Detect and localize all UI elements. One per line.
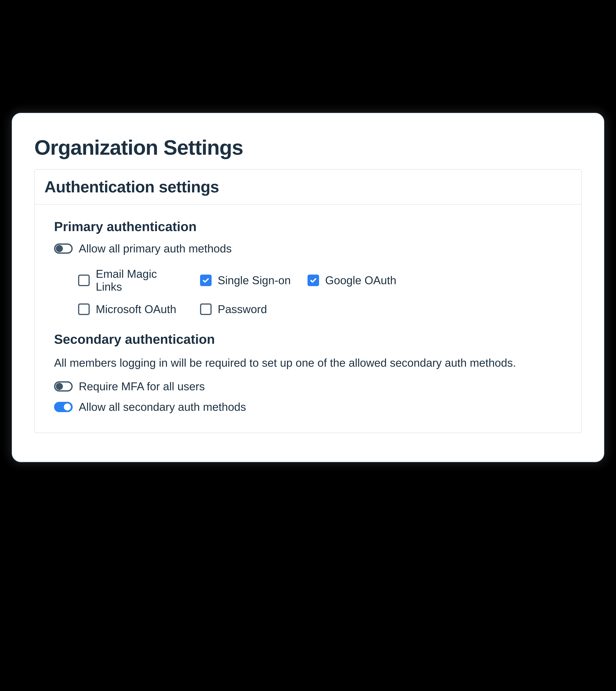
card-title: Authentication settings xyxy=(44,178,572,196)
google-checkbox[interactable] xyxy=(308,275,319,286)
require-mfa-label: Require MFA for all users xyxy=(79,380,205,393)
allow-all-primary-toggle[interactable] xyxy=(54,243,73,254)
google-row: Google OAuth xyxy=(308,267,397,293)
require-mfa-toggle[interactable] xyxy=(54,381,73,392)
toggle-knob-icon xyxy=(56,245,63,252)
secondary-auth-title: Secondary authentication xyxy=(54,332,562,347)
toggle-knob-icon xyxy=(64,404,71,410)
sso-label: Single Sign-on xyxy=(218,274,291,287)
microsoft-checkbox[interactable] xyxy=(78,303,90,315)
page-title: Organization Settings xyxy=(34,131,582,169)
sso-row: Single Sign-on xyxy=(200,267,291,293)
check-icon xyxy=(202,276,210,284)
card-body: Primary authentication Allow all primary… xyxy=(35,204,581,433)
card-header: Authentication settings xyxy=(35,170,581,204)
password-label: Password xyxy=(218,303,267,316)
primary-methods-grid: Email Magic Links Single Sign-on Google … xyxy=(54,263,562,332)
allow-all-secondary-label: Allow all secondary auth methods xyxy=(79,401,246,413)
allow-all-primary-row: Allow all primary auth methods xyxy=(54,242,562,255)
toggle-knob-icon xyxy=(56,383,63,390)
allow-all-secondary-row: Allow all secondary auth methods xyxy=(54,401,562,413)
require-mfa-row: Require MFA for all users xyxy=(54,380,562,393)
password-checkbox[interactable] xyxy=(200,303,212,315)
primary-auth-title: Primary authentication xyxy=(54,219,562,234)
microsoft-row: Microsoft OAuth xyxy=(78,303,184,316)
secondary-auth-description: All members logging in will be required … xyxy=(54,355,562,371)
allow-all-primary-label: Allow all primary auth methods xyxy=(79,242,232,255)
allow-all-secondary-toggle[interactable] xyxy=(54,402,73,412)
email-magic-label: Email Magic Links xyxy=(96,267,184,293)
email-magic-checkbox[interactable] xyxy=(78,275,90,286)
password-row: Password xyxy=(200,303,291,316)
settings-window: Organization Settings Authentication set… xyxy=(11,112,605,463)
email-magic-row: Email Magic Links xyxy=(78,267,184,293)
google-label: Google OAuth xyxy=(325,274,396,287)
check-icon xyxy=(309,276,317,284)
sso-checkbox[interactable] xyxy=(200,275,212,286)
auth-settings-card: Authentication settings Primary authenti… xyxy=(34,169,582,433)
microsoft-label: Microsoft OAuth xyxy=(96,303,176,316)
